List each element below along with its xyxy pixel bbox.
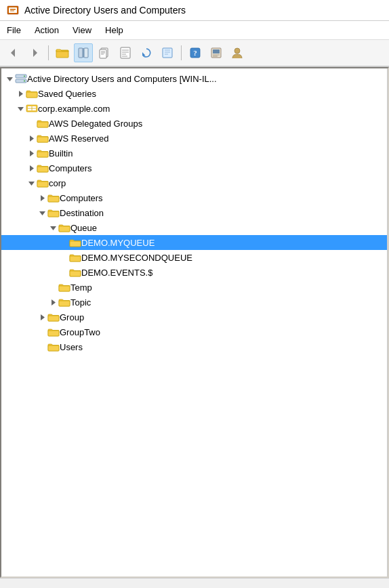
export-button[interactable] (158, 43, 177, 62)
label-topic: Topic (70, 297, 91, 308)
label-queue: Queue (70, 223, 97, 233)
svg-marker-45 (30, 165, 34, 171)
tree-item-destination[interactable]: Destination (1, 205, 387, 220)
icon-computers-root (37, 163, 49, 173)
expander-root[interactable] (4, 73, 15, 84)
tree-item-demo-mysecondqueue[interactable]: DEMO.MYSECONDQUEUE (1, 250, 387, 265)
svg-rect-1 (9, 7, 17, 13)
tree-panel[interactable]: Active Directory Users and Computers [WI… (1, 68, 388, 576)
app-icon (7, 4, 19, 16)
tree-item-demo-events[interactable]: DEMO.EVENTS.$ (1, 265, 387, 280)
expander-destination[interactable] (37, 207, 47, 218)
app-title: Active Directory Users and Computers (24, 5, 186, 16)
svg-rect-15 (121, 47, 130, 58)
svg-text:?: ? (193, 49, 197, 57)
back-button[interactable] (4, 43, 23, 62)
label-corp-example: corp.example.com (38, 104, 110, 114)
expander-aws-reserved[interactable] (26, 133, 37, 144)
icon-demo-events (69, 267, 81, 278)
tree-item-computers-corp[interactable]: Computers (1, 190, 387, 205)
label-aws-delegated: AWS Delegated Groups (49, 119, 142, 129)
tree-item-corp-example[interactable]: corp.example.com (1, 101, 387, 116)
properties-button[interactable] (116, 43, 135, 62)
menu-bar: File Action View Help (0, 21, 389, 40)
svg-marker-51 (41, 314, 45, 320)
tree-item-computers-root[interactable]: Computers (1, 161, 387, 175)
svg-marker-4 (11, 49, 15, 57)
expander-group[interactable] (37, 312, 47, 322)
expander-builtin[interactable] (26, 148, 37, 159)
label-computers-root: Computers (49, 163, 92, 173)
tree-item-aws-delegated[interactable]: AWS Delegated Groups (1, 116, 387, 131)
tree-item-group[interactable]: Group (1, 310, 387, 324)
menu-file[interactable]: File (0, 22, 28, 38)
user-button[interactable] (228, 43, 247, 62)
label-corp: corp (49, 178, 66, 188)
tree-item-queue[interactable]: Queue (1, 220, 387, 235)
expander-demo-events (58, 267, 69, 278)
tree-item-temp[interactable]: Temp (1, 280, 387, 295)
label-computers-corp: Computers (60, 193, 103, 203)
label-grouptwo: GroupTwo (60, 327, 100, 337)
expander-temp (47, 282, 58, 293)
expander-computers-root[interactable] (26, 163, 37, 173)
svg-marker-5 (33, 49, 37, 57)
svg-rect-28 (213, 49, 220, 54)
expander-grouptwo (37, 327, 47, 337)
svg-marker-46 (28, 182, 35, 186)
tree-item-root[interactable]: Active Directory Users and Computers [WI… (1, 71, 387, 86)
svg-marker-47 (41, 195, 45, 201)
svg-rect-7 (79, 48, 83, 58)
icon-temp (58, 282, 70, 293)
label-demo-myqueue: DEMO.MYQUEUE (81, 238, 155, 248)
refresh-button[interactable] (137, 43, 156, 62)
tree-item-grouptwo[interactable]: GroupTwo (1, 324, 387, 339)
tree-item-users[interactable]: Users (1, 339, 387, 354)
label-group: Group (60, 312, 84, 322)
svg-marker-38 (18, 107, 24, 111)
svg-point-36 (24, 81, 25, 82)
label-destination: Destination (60, 208, 104, 218)
svg-point-35 (24, 76, 25, 77)
menu-action[interactable]: Action (28, 22, 66, 38)
icon-aws-delegated (37, 118, 49, 129)
folder-button[interactable] (53, 43, 72, 62)
tree-item-topic[interactable]: Topic (1, 295, 387, 310)
svg-marker-43 (30, 135, 34, 142)
toolbar-sep-2 (181, 45, 182, 60)
tree-item-corp[interactable]: corp (1, 175, 387, 190)
menu-view[interactable]: View (66, 22, 98, 38)
icon-corp (37, 177, 49, 188)
tree-item-aws-reserved[interactable]: AWS Reserved (1, 131, 387, 146)
toolbar-sep-1 (48, 45, 49, 60)
expander-corp[interactable] (26, 177, 37, 188)
svg-marker-37 (19, 91, 23, 97)
icon-queue (58, 222, 70, 233)
icon-destination (47, 207, 60, 218)
icon-group (47, 312, 60, 322)
label-users: Users (60, 342, 83, 352)
help-button[interactable]: ? (186, 43, 205, 62)
svg-rect-2 (10, 9, 16, 10)
tree-item-builtin[interactable]: Builtin (1, 146, 387, 161)
copy-button[interactable] (95, 43, 114, 62)
label-root: Active Directory Users and Computers [WI… (27, 74, 217, 84)
icon-grouptwo (47, 327, 60, 337)
expander-saved-queries[interactable] (15, 88, 26, 99)
menu-help[interactable]: Help (98, 22, 130, 38)
expander-corp-example[interactable] (15, 103, 26, 114)
show-hide-button[interactable] (74, 43, 93, 62)
svg-rect-8 (84, 48, 88, 58)
expander-queue[interactable] (47, 222, 58, 233)
icon-demo-mysecondqueue (69, 252, 81, 263)
expander-aws-delegated (26, 118, 37, 129)
icon-computers-corp (47, 192, 60, 203)
mmc-button[interactable] (207, 43, 226, 62)
forward-button[interactable] (25, 43, 44, 62)
icon-corp-example (26, 103, 38, 114)
expander-computers-corp[interactable] (37, 192, 47, 203)
expander-topic[interactable] (47, 297, 58, 308)
svg-marker-20 (142, 52, 146, 56)
tree-item-demo-myqueue[interactable]: DEMO.MYQUEUE (1, 235, 387, 250)
tree-item-saved-queries[interactable]: Saved Queries (1, 86, 387, 101)
